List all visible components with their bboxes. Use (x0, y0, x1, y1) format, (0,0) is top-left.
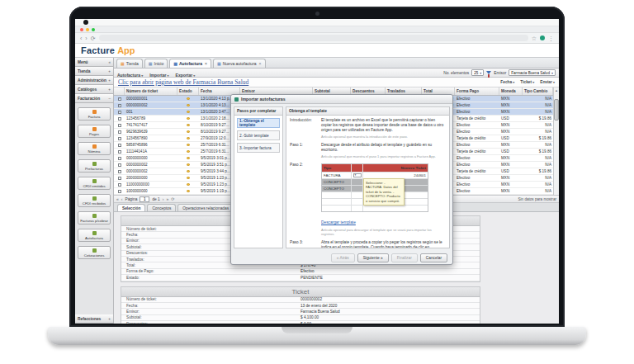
wizard-step-item[interactable]: 1.-Obtenga el template (237, 118, 280, 128)
sidebar-module-button[interactable]: Factura (78, 107, 111, 121)
grid-action-menu[interactable]: Ticket (520, 80, 534, 84)
column-header[interactable]: Forma Pago (455, 87, 499, 95)
column-header[interactable]: Estado (177, 87, 199, 95)
sidebar-section-header[interactable]: Facturación (75, 94, 113, 103)
row-checkbox[interactable] (114, 155, 125, 161)
grid-scrollbar[interactable]: ▲ (553, 87, 559, 195)
wizard-step-item[interactable]: 3.-Importar factura (237, 143, 280, 153)
sidebar-section-header-refacciones[interactable]: Refacciones (75, 314, 113, 324)
sidebar-module-button[interactable]: Nómina (78, 142, 111, 155)
detail-tab[interactable]: Operaciones relacionadas (177, 204, 234, 211)
cell-estado (177, 109, 199, 115)
column-header[interactable]: Tipo Cambio (523, 87, 553, 95)
kebab-menu-icon[interactable]: ⋮ (548, 35, 554, 41)
column-header[interactable]: Moneda (499, 87, 523, 95)
cell-forma-pago: Efectivo (455, 102, 499, 108)
column-header[interactable]: Número de ticket (125, 87, 177, 95)
cell-forma-pago: Tarjeta de crédito (455, 168, 499, 174)
scroll-up-icon[interactable]: ▲ (555, 87, 558, 93)
row-checkbox[interactable] (114, 135, 125, 141)
next-page-icon[interactable]: › (163, 197, 164, 201)
forward-arrow-icon[interactable]: › (85, 35, 87, 41)
row-checkbox[interactable] (114, 142, 125, 148)
row-checkbox[interactable] (114, 116, 125, 121)
sidebar-module-button[interactable]: Autofactura (78, 229, 111, 242)
expand-collapse-icon[interactable] (108, 60, 111, 64)
open-farmacia-web-link[interactable]: Clic para abrir página web de Farmacia B… (118, 78, 248, 86)
close-icon[interactable]: × (205, 61, 207, 66)
wizard-button[interactable]: Siguiente » (357, 253, 389, 262)
sidebar-module-button[interactable]: CFDI recibidos (78, 194, 111, 207)
grid-action-menu[interactable]: Enviar (540, 80, 555, 84)
expand-collapse-icon[interactable] (108, 87, 111, 92)
row-checkbox[interactable] (114, 188, 125, 194)
back-arrow-icon[interactable]: ‹ (80, 35, 82, 41)
expand-collapse-icon[interactable] (108, 317, 111, 321)
wizard-button[interactable]: Finalizar (391, 253, 418, 262)
last-page-icon[interactable]: » (166, 197, 168, 201)
row-checkbox[interactable] (114, 122, 125, 128)
row-checkbox[interactable] (114, 129, 125, 135)
cell-estado (177, 168, 199, 174)
page-number-input[interactable] (140, 196, 149, 202)
expand-collapse-icon[interactable] (108, 69, 111, 73)
prev-page-icon[interactable]: ‹ (121, 197, 123, 201)
section-note: Artículo opcional que muestra la introdu… (321, 135, 446, 139)
toolbar-right: No. elementos 25 Emisor Farmacia Buena S… (443, 69, 556, 76)
sidebar-module-button[interactable]: Prefacturas (78, 159, 111, 173)
sidebar-section-header[interactable]: Catálogos (75, 85, 113, 94)
row-checkbox[interactable] (114, 162, 125, 168)
row-checkbox[interactable] (114, 168, 125, 174)
detail-tab[interactable]: Selección (117, 204, 145, 211)
first-page-icon[interactable]: « (116, 197, 119, 201)
row-checkbox[interactable] (114, 175, 125, 181)
cell-moneda: MXN (499, 122, 523, 128)
sidebar-module-button[interactable]: CFDI emitidos (78, 177, 111, 190)
avatar[interactable] (540, 35, 545, 40)
sidebar-section-header[interactable]: Administración (75, 76, 113, 85)
row-checkbox[interactable] (114, 96, 125, 102)
page-size-select[interactable]: 25 (471, 69, 484, 76)
address-bar[interactable] (99, 35, 528, 41)
row-checkbox[interactable] (114, 182, 125, 187)
sheet-header-numero: Número Ticket (363, 164, 428, 172)
cell-moneda: MXN (499, 96, 523, 102)
sidebar-section-header[interactable]: Menú (75, 58, 113, 67)
cell-tipo-cambio: N/A (523, 155, 553, 161)
close-window-icon[interactable] (80, 28, 83, 31)
page: ‹ › ⟳ ☆ ⋮ Facture App (0, 0, 634, 364)
minimize-window-icon[interactable] (86, 28, 89, 31)
filter-funnel-icon[interactable] (486, 71, 491, 74)
refresh-grid-icon[interactable]: ⟳ (171, 197, 174, 201)
tipo-dropdown[interactable] (353, 173, 362, 177)
maximize-window-icon[interactable] (92, 28, 95, 31)
close-icon[interactable]: × (259, 61, 262, 66)
row-checkbox[interactable] (114, 102, 125, 108)
row-checkbox[interactable] (114, 109, 125, 115)
link-row: Clic para abrir página web de Farmacia B… (114, 78, 559, 87)
detail-tab[interactable]: Conceptos (147, 204, 176, 211)
descargar-template-link[interactable]: Descargar template (321, 220, 356, 225)
sidebar-module-button[interactable]: Facturas p/cobrar (78, 211, 111, 225)
column-header[interactable] (114, 87, 125, 95)
sidebar-module-button[interactable]: Pagos (78, 125, 111, 138)
star-icon[interactable]: ☆ (532, 35, 537, 41)
sidebar-section-header[interactable]: Tienda (75, 67, 113, 76)
ticket-panel: Ticket Número de ticket: 0000000002 (121, 286, 480, 324)
expand-collapse-icon[interactable] (108, 97, 111, 101)
scrollbar-thumb[interactable] (554, 99, 559, 121)
expand-collapse-icon[interactable] (108, 78, 111, 83)
row-checkbox[interactable] (114, 149, 125, 154)
emisor-select[interactable]: Farmacia Buena Salud (509, 69, 556, 76)
wizard-button[interactable]: « Atrás (331, 253, 355, 262)
cell-tipo-cambio: N/A (523, 188, 553, 194)
wizard-button[interactable]: Cancelar (420, 253, 447, 262)
app-tab[interactable]: ▦ Nueva autofactura × (213, 59, 266, 68)
dialog-titlebar[interactable]: Importar autofacturas (231, 95, 452, 104)
cell-forma-pago: Efectivo (455, 129, 499, 135)
grid-action-menu[interactable]: Fecha (500, 80, 514, 84)
refresh-icon[interactable]: ⟳ (91, 35, 96, 41)
cell-forma-pago: Tarjeta de crédito (455, 149, 499, 154)
wizard-step-item[interactable]: 2.-Subir template (237, 130, 280, 140)
sidebar-module-button[interactable]: Cotizaciones (78, 246, 111, 259)
